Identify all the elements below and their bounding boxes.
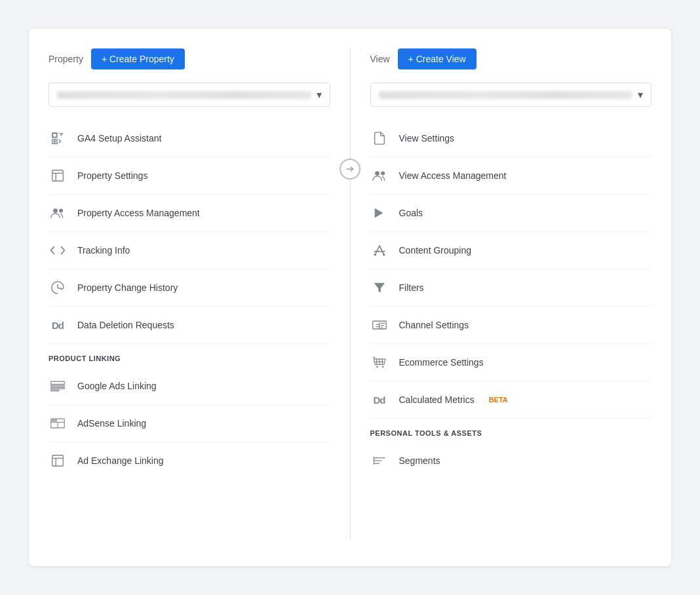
menu-label-adsense: AdSense Linking (77, 418, 146, 429)
ga4-icon (49, 129, 67, 147)
svg-rect-3 (52, 170, 64, 182)
property-column: Property + Create Property ▾ (29, 48, 350, 540)
beta-badge: BETA (489, 396, 508, 404)
property-settings-icon (49, 166, 67, 185)
personal-tools-header: PERSONAL TOOLS & ASSETS (370, 419, 652, 442)
menu-label-goals: Goals (399, 208, 423, 218)
menu-item-ecommerce[interactable]: Ecommerce Settings (370, 344, 652, 381)
svg-rect-11 (51, 390, 59, 391)
menu-label-view-access: View Access Management (399, 170, 507, 181)
content-grouping-icon (370, 241, 389, 259)
svg-rect-1 (53, 134, 57, 138)
menu-item-content-grouping[interactable]: Content Grouping (370, 232, 652, 269)
ads-icon (49, 377, 67, 395)
svg-point-30 (376, 366, 378, 368)
adsense-icon (49, 414, 67, 432)
menu-item-property-settings[interactable]: Property Settings (49, 157, 330, 195)
menu-item-ga4-setup[interactable]: GA4 Setup Assistant (49, 120, 330, 157)
product-linking-header: PRODUCT LINKING (49, 344, 330, 368)
svg-rect-16 (52, 455, 64, 467)
view-settings-icon (370, 129, 389, 147)
view-dropdown[interactable]: ▾ (370, 83, 652, 107)
view-dropdown-arrow: ▾ (638, 88, 643, 101)
create-view-button[interactable]: + Create View (398, 48, 476, 69)
column-divider (350, 48, 351, 540)
menu-label-calculated-metrics: Calculated Metrics (399, 394, 475, 405)
menu-item-property-access[interactable]: Property Access Management (49, 195, 330, 232)
view-users-icon (370, 166, 389, 185)
menu-item-filters[interactable]: Filters (370, 269, 652, 307)
svg-point-7 (59, 209, 63, 213)
arrow-circle[interactable] (340, 159, 360, 180)
menu-label-ga4-setup: GA4 Setup Assistant (77, 133, 161, 144)
filters-icon (370, 278, 389, 297)
menu-item-adsense[interactable]: AdSense Linking (49, 405, 330, 442)
menu-item-channel-settings[interactable]: Channel Settings (370, 307, 652, 344)
menu-label-channel-settings: Channel Settings (399, 320, 469, 330)
menu-label-view-settings: View Settings (399, 133, 455, 144)
svg-point-19 (375, 171, 379, 176)
property-dropdown-value (57, 91, 311, 99)
menu-label-ecommerce: Ecommerce Settings (399, 357, 484, 368)
svg-point-20 (381, 172, 385, 176)
ecommerce-icon (370, 353, 389, 372)
view-header: View + Create View (370, 48, 652, 69)
adx-icon (49, 451, 67, 470)
view-dropdown-value (379, 91, 633, 99)
menu-item-property-change-history[interactable]: Property Change History (49, 269, 330, 307)
view-column: View + Create View ▾ View Settings (351, 48, 672, 540)
menu-label-filters: Filters (399, 282, 424, 293)
view-label: View (370, 54, 390, 64)
code-icon (49, 241, 67, 259)
dd-icon: Dd (49, 316, 67, 334)
dd2-icon: Dd (370, 391, 389, 409)
history-icon (49, 278, 67, 297)
property-dropdown-arrow: ▾ (317, 88, 322, 101)
menu-item-data-deletion[interactable]: Dd Data Deletion Requests (49, 307, 330, 344)
create-property-button[interactable]: + Create Property (91, 48, 185, 69)
menu-item-segments[interactable]: Segments (370, 442, 652, 479)
menu-item-calculated-metrics[interactable]: Dd Calculated Metrics BETA (370, 381, 652, 419)
users-icon (49, 204, 67, 222)
svg-point-21 (374, 254, 376, 256)
property-dropdown[interactable]: ▾ (49, 83, 330, 107)
svg-rect-8 (51, 381, 65, 384)
svg-rect-10 (51, 388, 65, 389)
menu-label-property-access: Property Access Management (77, 208, 200, 218)
svg-point-6 (53, 208, 58, 213)
menu-item-tracking-info[interactable]: Tracking Info (49, 232, 330, 269)
menu-label-segments: Segments (399, 455, 440, 466)
menu-item-ad-exchange[interactable]: Ad Exchange Linking (49, 442, 330, 479)
menu-label-content-grouping: Content Grouping (399, 245, 472, 256)
property-header: Property + Create Property (49, 48, 330, 69)
menu-item-view-access[interactable]: View Access Management (370, 157, 652, 195)
menu-label-data-deletion: Data Deletion Requests (77, 320, 174, 330)
svg-rect-15 (52, 420, 56, 421)
menu-label-google-ads: Google Ads Linking (77, 381, 157, 391)
menu-label-tracking-info: Tracking Info (77, 245, 130, 256)
menu-item-google-ads[interactable]: Google Ads Linking (49, 368, 330, 405)
menu-item-view-settings[interactable]: View Settings (370, 120, 652, 157)
goals-icon (370, 204, 389, 222)
segments-icon (370, 451, 389, 470)
menu-label-property-settings: Property Settings (77, 170, 147, 181)
admin-panel: Property + Create Property ▾ (29, 29, 671, 566)
svg-point-31 (381, 366, 383, 368)
svg-point-22 (383, 254, 385, 256)
property-label: Property (49, 54, 83, 64)
svg-rect-9 (51, 385, 65, 387)
menu-item-goals[interactable]: Goals (370, 195, 652, 232)
menu-label-property-change-history: Property Change History (77, 282, 178, 293)
menu-label-ad-exchange: Ad Exchange Linking (77, 455, 164, 466)
channel-icon (370, 316, 389, 334)
